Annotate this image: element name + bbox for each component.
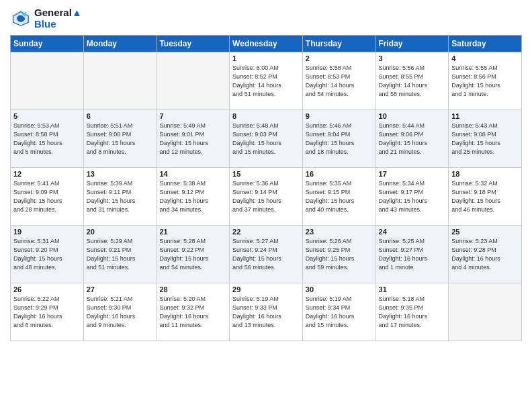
day-number: 1: [232, 54, 300, 62]
calendar-day-cell: 12Sunrise: 5:41 AM Sunset: 9:09 PM Dayli…: [11, 168, 84, 226]
calendar-day-cell: [83, 52, 157, 110]
calendar-day-cell: 21Sunrise: 5:28 AM Sunset: 9:22 PM Dayli…: [157, 226, 230, 283]
header: General▲ Blue: [10, 7, 522, 30]
day-info: Sunrise: 5:32 AM Sunset: 9:18 PM Dayligh…: [451, 179, 519, 214]
day-info: Sunrise: 5:26 AM Sunset: 9:25 PM Dayligh…: [306, 237, 373, 272]
day-number: 8: [232, 112, 300, 120]
calendar-day-cell: 5Sunrise: 5:53 AM Sunset: 8:58 PM Daylig…: [11, 110, 84, 168]
day-number: 23: [306, 228, 373, 236]
calendar-week-row: 19Sunrise: 5:31 AM Sunset: 9:20 PM Dayli…: [11, 226, 522, 283]
calendar-day-cell: 14Sunrise: 5:38 AM Sunset: 9:12 PM Dayli…: [157, 168, 230, 226]
day-info: Sunrise: 5:34 AM Sunset: 9:17 PM Dayligh…: [379, 179, 446, 214]
day-number: 3: [379, 54, 446, 62]
day-info: Sunrise: 5:28 AM Sunset: 9:22 PM Dayligh…: [159, 237, 226, 272]
calendar-day-cell: 15Sunrise: 5:36 AM Sunset: 9:14 PM Dayli…: [230, 168, 303, 226]
calendar-day-cell: [157, 52, 230, 110]
calendar-day-cell: 2Sunrise: 5:58 AM Sunset: 8:53 PM Daylig…: [302, 52, 375, 110]
day-number: 11: [451, 112, 519, 120]
day-info: Sunrise: 5:19 AM Sunset: 9:33 PM Dayligh…: [232, 295, 300, 330]
calendar-day-cell: 20Sunrise: 5:29 AM Sunset: 9:21 PM Dayli…: [83, 226, 157, 283]
day-info: Sunrise: 5:44 AM Sunset: 9:06 PM Dayligh…: [379, 122, 446, 156]
calendar-day-cell: 1Sunrise: 6:00 AM Sunset: 8:52 PM Daylig…: [230, 52, 303, 110]
day-number: 2: [306, 54, 373, 62]
calendar-day-cell: 9Sunrise: 5:46 AM Sunset: 9:04 PM Daylig…: [302, 110, 375, 168]
day-info: Sunrise: 5:35 AM Sunset: 9:15 PM Dayligh…: [306, 179, 373, 214]
calendar-header-row: SundayMondayTuesdayWednesdayThursdayFrid…: [11, 36, 522, 52]
day-number: 6: [87, 112, 154, 120]
weekday-header-thursday: Thursday: [302, 36, 375, 52]
day-info: Sunrise: 6:00 AM Sunset: 8:52 PM Dayligh…: [232, 64, 300, 99]
logo-text: General▲ Blue: [34, 7, 82, 30]
calendar-table: SundayMondayTuesdayWednesdayThursdayFrid…: [10, 35, 522, 341]
calendar-day-cell: [449, 283, 522, 341]
calendar-day-cell: 25Sunrise: 5:23 AM Sunset: 9:28 PM Dayli…: [449, 226, 522, 283]
calendar-day-cell: 24Sunrise: 5:25 AM Sunset: 9:27 PM Dayli…: [375, 226, 449, 283]
logo-icon: [10, 7, 32, 29]
weekday-header-monday: Monday: [83, 36, 157, 52]
day-info: Sunrise: 5:49 AM Sunset: 9:01 PM Dayligh…: [159, 122, 226, 156]
weekday-header-friday: Friday: [375, 36, 449, 52]
day-info: Sunrise: 5:53 AM Sunset: 8:58 PM Dayligh…: [13, 122, 81, 156]
day-info: Sunrise: 5:38 AM Sunset: 9:12 PM Dayligh…: [159, 179, 226, 214]
day-info: Sunrise: 5:55 AM Sunset: 8:56 PM Dayligh…: [451, 64, 519, 99]
day-info: Sunrise: 5:27 AM Sunset: 9:24 PM Dayligh…: [232, 237, 300, 272]
calendar-week-row: 26Sunrise: 5:22 AM Sunset: 9:29 PM Dayli…: [11, 283, 522, 341]
calendar-week-row: 12Sunrise: 5:41 AM Sunset: 9:09 PM Dayli…: [11, 168, 522, 226]
day-number: 31: [379, 285, 446, 293]
calendar-day-cell: 27Sunrise: 5:21 AM Sunset: 9:30 PM Dayli…: [83, 283, 157, 341]
day-number: 28: [159, 285, 226, 293]
day-info: Sunrise: 5:31 AM Sunset: 9:20 PM Dayligh…: [13, 237, 81, 272]
day-number: 24: [379, 228, 446, 236]
day-number: 4: [451, 54, 519, 62]
day-info: Sunrise: 5:18 AM Sunset: 9:35 PM Dayligh…: [379, 295, 446, 330]
day-number: 20: [87, 228, 154, 236]
day-info: Sunrise: 5:43 AM Sunset: 9:08 PM Dayligh…: [451, 122, 519, 156]
weekday-header-tuesday: Tuesday: [157, 36, 230, 52]
weekday-header-wednesday: Wednesday: [230, 36, 303, 52]
day-info: Sunrise: 5:21 AM Sunset: 9:30 PM Dayligh…: [87, 295, 154, 330]
day-info: Sunrise: 5:20 AM Sunset: 9:32 PM Dayligh…: [159, 295, 226, 330]
calendar-day-cell: 8Sunrise: 5:48 AM Sunset: 9:03 PM Daylig…: [230, 110, 303, 168]
day-number: 9: [306, 112, 373, 120]
day-info: Sunrise: 5:48 AM Sunset: 9:03 PM Dayligh…: [232, 122, 300, 156]
day-info: Sunrise: 5:39 AM Sunset: 9:11 PM Dayligh…: [87, 179, 154, 214]
day-number: 12: [13, 170, 81, 178]
day-number: 25: [451, 228, 519, 236]
calendar-day-cell: 18Sunrise: 5:32 AM Sunset: 9:18 PM Dayli…: [449, 168, 522, 226]
calendar-day-cell: 10Sunrise: 5:44 AM Sunset: 9:06 PM Dayli…: [375, 110, 449, 168]
day-number: 15: [232, 170, 300, 178]
page-container: General▲ Blue SundayMondayTuesdayWednesd…: [0, 0, 532, 348]
day-info: Sunrise: 5:46 AM Sunset: 9:04 PM Dayligh…: [306, 122, 373, 156]
calendar-day-cell: 16Sunrise: 5:35 AM Sunset: 9:15 PM Dayli…: [302, 168, 375, 226]
day-number: 17: [379, 170, 446, 178]
calendar-day-cell: 19Sunrise: 5:31 AM Sunset: 9:20 PM Dayli…: [11, 226, 84, 283]
calendar-day-cell: 30Sunrise: 5:19 AM Sunset: 9:34 PM Dayli…: [302, 283, 375, 341]
day-number: 14: [159, 170, 226, 178]
calendar-day-cell: [11, 52, 84, 110]
calendar-day-cell: 22Sunrise: 5:27 AM Sunset: 9:24 PM Dayli…: [230, 226, 303, 283]
calendar-day-cell: 4Sunrise: 5:55 AM Sunset: 8:56 PM Daylig…: [449, 52, 522, 110]
day-info: Sunrise: 5:36 AM Sunset: 9:14 PM Dayligh…: [232, 179, 300, 214]
calendar-day-cell: 13Sunrise: 5:39 AM Sunset: 9:11 PM Dayli…: [83, 168, 157, 226]
day-number: 21: [159, 228, 226, 236]
day-number: 7: [159, 112, 226, 120]
day-number: 30: [306, 285, 373, 293]
calendar-day-cell: 17Sunrise: 5:34 AM Sunset: 9:17 PM Dayli…: [375, 168, 449, 226]
day-number: 5: [13, 112, 81, 120]
calendar-week-row: 5Sunrise: 5:53 AM Sunset: 8:58 PM Daylig…: [11, 110, 522, 168]
day-info: Sunrise: 5:56 AM Sunset: 8:55 PM Dayligh…: [379, 64, 446, 99]
calendar-day-cell: 11Sunrise: 5:43 AM Sunset: 9:08 PM Dayli…: [449, 110, 522, 168]
day-number: 18: [451, 170, 519, 178]
day-info: Sunrise: 5:25 AM Sunset: 9:27 PM Dayligh…: [379, 237, 446, 272]
calendar-day-cell: 26Sunrise: 5:22 AM Sunset: 9:29 PM Dayli…: [11, 283, 84, 341]
calendar-day-cell: 29Sunrise: 5:19 AM Sunset: 9:33 PM Dayli…: [230, 283, 303, 341]
day-info: Sunrise: 5:19 AM Sunset: 9:34 PM Dayligh…: [306, 295, 373, 330]
day-info: Sunrise: 5:29 AM Sunset: 9:21 PM Dayligh…: [87, 237, 154, 272]
calendar-day-cell: 6Sunrise: 5:51 AM Sunset: 9:00 PM Daylig…: [83, 110, 157, 168]
day-info: Sunrise: 5:51 AM Sunset: 9:00 PM Dayligh…: [87, 122, 154, 156]
day-number: 10: [379, 112, 446, 120]
day-info: Sunrise: 5:22 AM Sunset: 9:29 PM Dayligh…: [13, 295, 81, 330]
weekday-header-sunday: Sunday: [11, 36, 84, 52]
day-info: Sunrise: 5:41 AM Sunset: 9:09 PM Dayligh…: [13, 179, 81, 214]
calendar-day-cell: 3Sunrise: 5:56 AM Sunset: 8:55 PM Daylig…: [375, 52, 449, 110]
